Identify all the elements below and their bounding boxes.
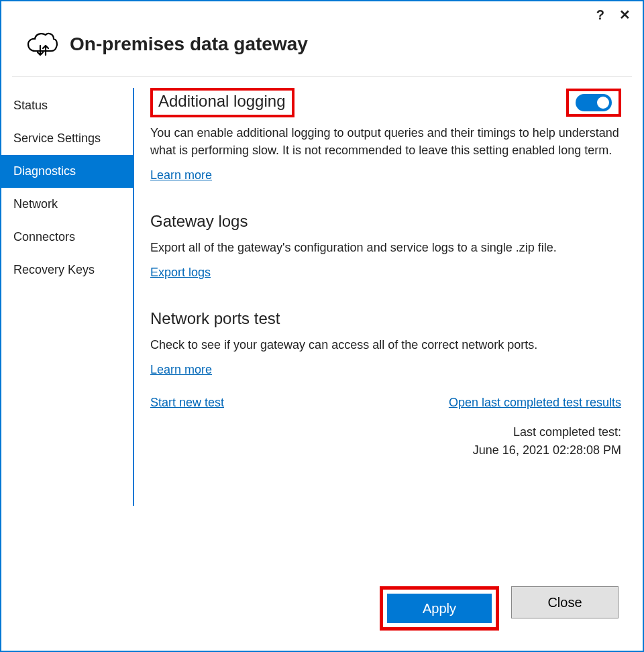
additional-logging-toggle[interactable]: [576, 94, 612, 111]
network-ports-desc: Check to see if your gateway can access …: [150, 336, 621, 354]
additional-logging-desc: You can enable additional logging to out…: [150, 124, 621, 159]
apply-button[interactable]: Apply: [386, 592, 493, 624]
section-network-ports: Network ports test Check to see if your …: [150, 309, 621, 459]
section-gateway-logs: Gateway logs Export all of the gateway's…: [150, 212, 621, 280]
last-completed-label: Last completed test:: [150, 423, 621, 441]
last-completed-test: Last completed test: June 16, 2021 02:28…: [150, 423, 621, 459]
section-title-additional-logging: Additional logging: [158, 92, 285, 111]
help-icon[interactable]: ?: [596, 7, 604, 23]
start-new-test-link[interactable]: Start new test: [150, 396, 224, 410]
titlebar: ? ✕: [1, 1, 643, 28]
network-ports-learn-more-link[interactable]: Learn more: [150, 363, 212, 377]
highlight-toggle: [566, 89, 621, 117]
header: On-premises data gateway: [1, 28, 643, 76]
section-title-gateway-logs: Gateway logs: [150, 212, 621, 231]
content: Additional logging You can enable additi…: [134, 81, 643, 586]
section-additional-logging: Additional logging You can enable additi…: [150, 88, 621, 182]
sidebar-item-diagnostics[interactable]: Diagnostics: [1, 155, 133, 188]
close-button[interactable]: Close: [511, 586, 619, 618]
gateway-logs-desc: Export all of the gateway's configuratio…: [150, 239, 621, 256]
body: Status Service Settings Diagnostics Netw…: [1, 77, 643, 586]
footer: Apply Close: [1, 586, 643, 651]
highlight-apply: Apply: [380, 586, 499, 631]
sidebar-item-status[interactable]: Status: [1, 89, 133, 122]
app-window: ? ✕ On-premises data gateway Status Serv…: [0, 0, 644, 652]
open-last-results-link[interactable]: Open last completed test results: [449, 396, 621, 410]
sidebar: Status Service Settings Diagnostics Netw…: [1, 81, 133, 586]
section-title-network-ports: Network ports test: [150, 309, 621, 328]
additional-logging-learn-more-link[interactable]: Learn more: [150, 168, 212, 182]
app-title: On-premises data gateway: [70, 34, 308, 55]
cloud-arrows-icon: [25, 31, 59, 58]
sidebar-item-service-settings[interactable]: Service Settings: [1, 122, 133, 155]
export-logs-link[interactable]: Export logs: [150, 266, 211, 280]
sidebar-item-connectors[interactable]: Connectors: [1, 221, 133, 254]
sidebar-item-network[interactable]: Network: [1, 188, 133, 221]
last-completed-value: June 16, 2021 02:28:08 PM: [150, 441, 621, 459]
close-icon[interactable]: ✕: [619, 7, 631, 23]
highlight-additional-logging: Additional logging: [150, 88, 294, 117]
sidebar-item-recovery-keys[interactable]: Recovery Keys: [1, 254, 133, 286]
